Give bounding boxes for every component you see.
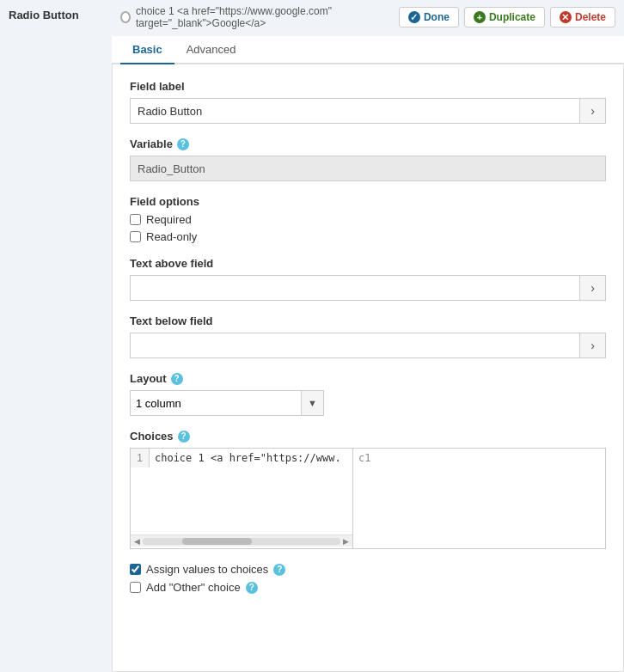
layout-select-wrap: 1 column ▼ [130,390,606,416]
choices-line-number: 1 [131,449,150,467]
add-other-info-icon[interactable]: ? [246,582,258,594]
text-above-group: Text above field › [130,257,606,301]
scrollbar-track [143,538,340,545]
field-label-row: › [130,98,606,124]
top-bar: choice 1 <a href="https://www.google.com… [112,0,624,34]
choices-row: 1 choice 1 <a href="https://www. [131,449,352,535]
assign-info-icon[interactable]: ? [273,564,285,576]
field-label-input[interactable] [130,98,580,124]
assign-values-label: Assign values to choices [146,563,268,576]
scrollbar-thumb [182,538,252,545]
add-other-row: Add "Other" choice ? [130,581,606,594]
duplicate-icon: + [474,11,486,23]
layout-group: Layout ? 1 column ▼ [130,372,606,416]
readonly-row: Read-only [130,230,606,243]
done-label: Done [424,11,450,23]
choices-info-icon[interactable]: ? [178,431,190,443]
form-body: Field label › Variable ? Field options [112,64,624,672]
tab-advanced[interactable]: Advanced [174,36,248,64]
text-above-label: Text above field [130,257,606,270]
text-below-input[interactable] [130,333,580,358]
duplicate-button[interactable]: + Duplicate [464,7,545,27]
delete-label: Delete [575,11,606,23]
variable-info-icon[interactable]: ? [177,138,189,150]
done-icon: ✓ [408,11,420,23]
field-label-arrow-button[interactable]: › [580,98,606,124]
layout-dropdown-icon[interactable]: ▼ [302,390,324,416]
delete-icon: ✕ [560,11,572,23]
choices-scrollbar[interactable]: ◀ ▶ [131,535,352,547]
text-above-input[interactable] [130,275,580,301]
radio-icon [120,11,131,23]
choice-text: choice 1 <a href="https://www.google.com… [136,5,399,29]
text-below-group: Text below field › [130,315,606,358]
assign-values-checkbox[interactable] [130,564,141,575]
done-button[interactable]: ✓ Done [399,7,459,27]
layout-select[interactable]: 1 column [130,390,302,416]
field-options-label: Field options [130,195,606,208]
required-checkbox[interactable] [130,214,141,225]
scroll-right-icon[interactable]: ▶ [343,537,349,546]
duplicate-label: Duplicate [489,11,535,23]
required-row: Required [130,213,606,226]
tabs: Basic Advanced [112,36,624,64]
choices-label: Choices ? [130,430,606,443]
text-below-arrow-button[interactable]: › [580,333,606,358]
top-bar-left: choice 1 <a href="https://www.google.com… [120,5,399,29]
readonly-label: Read-only [146,230,197,243]
choices-left-panel: 1 choice 1 <a href="https://www. ◀ ▶ [130,448,353,549]
add-other-checkbox[interactable] [130,582,141,593]
delete-button[interactable]: ✕ Delete [550,7,615,27]
choices-right-panel[interactable]: c1 [353,448,606,549]
layout-info-icon[interactable]: ? [171,373,183,385]
required-label: Required [146,213,192,226]
variable-group: Variable ? [130,137,606,181]
field-label-label: Field label [130,80,606,93]
choices-textarea[interactable]: choice 1 <a href="https://www. [150,449,352,535]
text-above-arrow-button[interactable]: › [580,275,606,301]
variable-input [130,156,606,181]
choices-group: Choices ? 1 choice 1 <a href="https://ww… [130,430,606,549]
top-bar-right: ✓ Done + Duplicate ✕ Delete [399,7,615,27]
choices-area: 1 choice 1 <a href="https://www. ◀ ▶ c [130,448,606,549]
text-below-row: › [130,333,606,358]
tab-basic[interactable]: Basic [120,36,174,64]
sidebar-label: Radio Button [9,9,79,21]
choices-right-value: c1 [358,452,370,464]
layout-label: Layout ? [130,372,606,385]
text-above-row: › [130,275,606,301]
text-below-label: Text below field [130,315,606,327]
variable-label: Variable ? [130,137,606,150]
assign-values-row: Assign values to choices ? [130,563,606,576]
readonly-checkbox[interactable] [130,231,141,242]
field-options-group: Field options Required Read-only [130,195,606,243]
add-other-label: Add "Other" choice [146,581,241,594]
scroll-left-icon[interactable]: ◀ [134,537,140,546]
field-label-group: Field label › [130,80,606,124]
